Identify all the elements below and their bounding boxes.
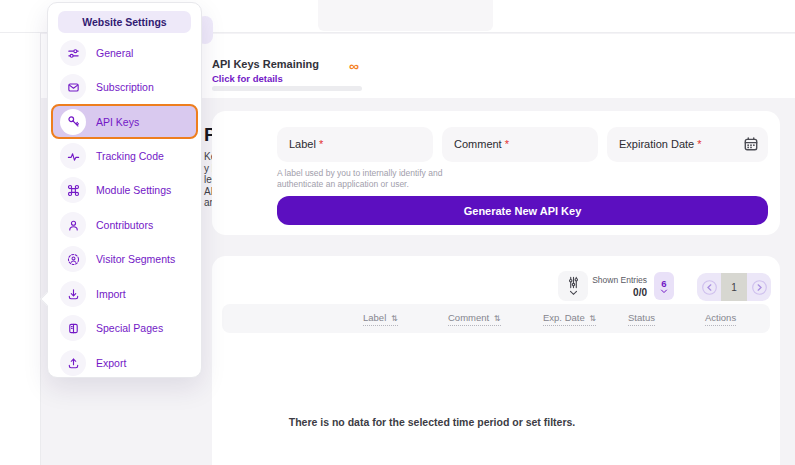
page-number[interactable]: 1 [721,273,747,301]
menu-item-general[interactable]: General [48,38,201,68]
person-icon [60,212,86,238]
menu-item-subscription[interactable]: Subscription [48,72,201,102]
pages-icon [60,315,86,341]
expiration-date-field[interactable]: Expiration Date* [607,127,768,162]
sliders-icon [60,40,86,66]
upload-icon [60,350,86,376]
comment-field[interactable]: Comment* [442,127,598,162]
page-size-select[interactable]: 6 [654,272,674,300]
next-page-button[interactable] [747,273,771,301]
sort-icon: ⇅ [494,314,501,323]
api-keys-table-panel [212,256,780,465]
sort-icon: ⇅ [391,314,398,323]
column-header-status: Status [628,312,655,323]
prev-page-button[interactable] [697,273,721,301]
shown-entries: Shown Entries 0/0 [590,275,647,298]
sort-icon: ⇅ [589,314,596,323]
download-icon [60,281,86,307]
column-header-comment[interactable]: Comment ⇅ [448,312,501,323]
label-field[interactable]: Label* [277,127,433,162]
pagination: 1 [697,273,771,301]
table-header-row: Label ⇅ Comment ⇅ Exp. Date ⇅ Status Act… [222,304,770,333]
pulse-icon [60,143,86,169]
column-header-exp-date[interactable]: Exp. Date ⇅ [543,312,596,323]
menu-item-import[interactable]: Import [48,279,201,309]
menu-item-api-keys[interactable]: API Keys [51,104,198,139]
menu-title: Website Settings [58,11,191,33]
menu-item-tracking-code[interactable]: Tracking Code [48,141,201,171]
app-window: API Keys Remaining Click for details ∞ P… [0,0,795,465]
infinity-icon: ∞ [349,58,359,74]
person-segment-icon [60,246,86,272]
empty-state-message: There is no data for the selected time p… [242,416,622,428]
calendar-icon [743,136,759,152]
key-icon [60,109,86,135]
menu-item-contributors[interactable]: Contributors [48,210,201,240]
quota-progress-bar [212,86,362,91]
generate-api-key-button[interactable]: Generate New API Key [277,196,768,225]
menu-item-module-settings[interactable]: Module Settings [48,175,201,205]
menu-item-export[interactable]: Export [48,348,201,378]
sliders-icon [567,276,580,289]
quota-details-link[interactable]: Click for details [212,73,283,84]
column-header-actions: Actions [705,312,736,323]
chevron-down-icon [660,289,668,294]
chevron-down-icon [569,290,578,296]
envelope-icon [60,74,86,100]
app-sidebar [0,33,41,465]
menu-item-special-pages[interactable]: Special Pages [48,313,201,343]
website-settings-menu: Website Settings General Subscription AP… [47,2,202,378]
toolbar-placeholder [318,0,493,31]
label-helper-text: A label used by you to internally identi… [277,168,449,189]
command-icon [60,177,86,203]
quota-title: API Keys Remaining [212,58,319,70]
column-header-label[interactable]: Label ⇅ [363,312,398,323]
filter-columns-button[interactable] [558,271,588,301]
menu-item-visitor-segments[interactable]: Visitor Segments [48,244,201,274]
